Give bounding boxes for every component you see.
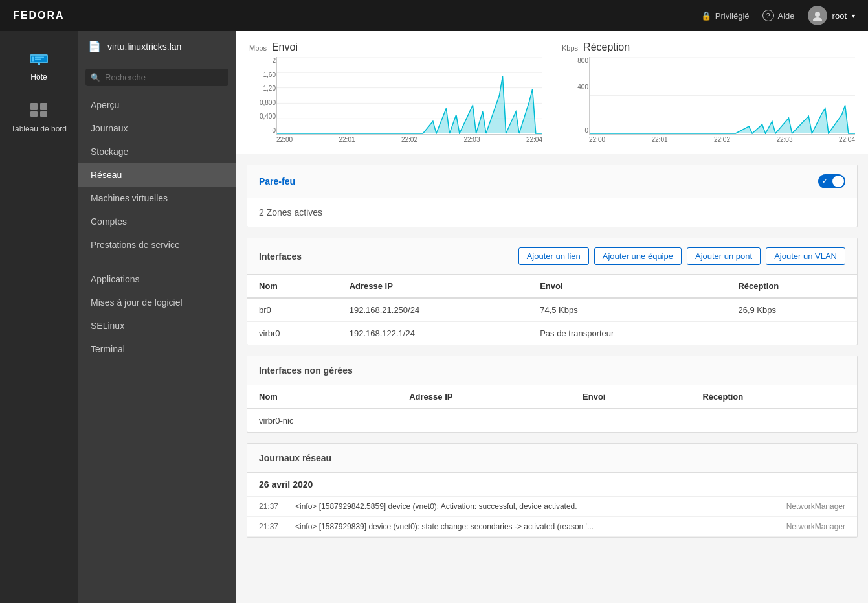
interfaces-btn-group: Ajouter un lien Ajouter une équipe Ajout… xyxy=(518,247,845,265)
svg-rect-9 xyxy=(40,103,47,110)
interfaces-section: Interfaces Ajouter un lien Ajouter une é… xyxy=(247,238,858,345)
nav-link-journaux[interactable]: Journaux xyxy=(78,117,236,140)
cell-reception-ng xyxy=(691,409,857,432)
svg-rect-8 xyxy=(30,103,38,110)
cell-ip: 192.168.122.1/24 xyxy=(338,322,529,345)
add-bridge-button[interactable]: Ajouter un pont xyxy=(687,247,761,265)
add-link-button[interactable]: Ajouter un lien xyxy=(518,247,589,265)
lock-icon: 🔒 xyxy=(701,11,711,21)
nav-link-mises-a-jour[interactable]: Mises à jour de logiciel xyxy=(78,291,236,314)
cell-nom: br0 xyxy=(247,298,338,322)
nav-link-apercu[interactable]: Aperçu xyxy=(78,93,236,117)
log-time: 21:37 xyxy=(259,502,285,511)
reception-y-labels: 800 400 0 xyxy=(565,57,588,134)
nav-link-machines[interactable]: Machines virtuelles xyxy=(78,187,236,210)
toggle-check-icon: ✓ xyxy=(822,177,828,185)
avatar xyxy=(808,6,827,25)
nav-link-stockage[interactable]: Stockage xyxy=(78,140,236,163)
col-nom: Nom xyxy=(247,275,338,298)
interfaces-table: Nom Adresse IP Envoi Réception br0 192.1… xyxy=(247,275,857,345)
cell-ip: 192.168.21.250/24 xyxy=(338,298,529,322)
cell-reception xyxy=(726,322,857,345)
col-nom-ng: Nom xyxy=(247,385,397,409)
sidebar-tableau-label: Tableau de bord xyxy=(11,124,67,133)
chart-envoi: Mbps Envoi 2 1,60 1,20 0,800 0,400 0 xyxy=(249,41,542,143)
host-file-icon: 📄 xyxy=(88,40,101,52)
journaux-title: Journaux réseau xyxy=(259,453,331,463)
sidebar-item-hote[interactable]: Hôte xyxy=(0,38,78,89)
col-envoi-ng: Envoi xyxy=(571,385,691,409)
interfaces-non-gerees-section: Interfaces non gérées Nom Adresse IP Env… xyxy=(247,356,858,433)
left-sidebar: Hôte Tableau de bord xyxy=(0,31,78,603)
pare-feu-header: Pare-feu ✓ xyxy=(247,165,857,198)
user-menu[interactable]: root ▾ xyxy=(808,6,855,25)
dashboard-icon xyxy=(27,97,50,120)
host-header: 📄 virtu.linuxtricks.lan xyxy=(78,31,236,62)
sidebar-hote-label: Hôte xyxy=(30,73,47,82)
help-icon: ? xyxy=(762,10,774,21)
search-icon: 🔍 xyxy=(91,73,100,82)
svg-rect-10 xyxy=(30,111,38,117)
host-icon xyxy=(27,45,50,69)
second-nav: 📄 virtu.linuxtricks.lan 🔍 Aperçu Journau… xyxy=(78,31,236,603)
reception-title: Réception xyxy=(583,41,630,53)
log-message: <info> [1587929839] device (vnet0): stat… xyxy=(295,522,751,531)
cell-nom: virbr0 xyxy=(247,322,338,345)
charts-section: Mbps Envoi 2 1,60 1,20 0,800 0,400 0 xyxy=(236,31,868,154)
table-row[interactable]: virbr0 192.168.122.1/24 Pas de transport… xyxy=(247,322,857,345)
envoi-chart-svg xyxy=(277,57,542,134)
search-input[interactable] xyxy=(85,69,228,86)
reception-x-labels: 22:00 22:01 22:02 22:03 22:04 xyxy=(589,136,855,143)
add-vlan-button[interactable]: Ajouter un VLAN xyxy=(766,247,845,265)
cell-reception: 26,9 Kbps xyxy=(726,298,857,322)
privileged-indicator[interactable]: 🔒 Privilégié xyxy=(701,11,750,21)
envoi-y-labels: 2 1,60 1,20 0,800 0,400 0 xyxy=(252,57,276,134)
reception-chart-svg xyxy=(590,57,855,134)
col-reception-ng: Réception xyxy=(691,385,857,409)
cell-envoi: 74,5 Kbps xyxy=(528,298,726,322)
cell-ip-ng xyxy=(397,409,571,432)
interfaces-non-gerees-table: Nom Adresse IP Envoi Réception virbr0-ni… xyxy=(247,385,857,432)
zones-actives-text: 2 Zones actives xyxy=(259,207,322,218)
nav-link-comptes[interactable]: Comptes xyxy=(78,210,236,233)
log-entry: 21:37 <info> [1587929839] device (vnet0)… xyxy=(247,517,857,537)
chevron-down-icon: ▾ xyxy=(852,12,855,19)
interfaces-non-gerees-title: Interfaces non gérées xyxy=(259,365,353,376)
cell-envoi: Pas de transporteur xyxy=(528,322,726,345)
interfaces-non-gerees-header: Interfaces non gérées xyxy=(247,356,857,385)
col-ip: Adresse IP xyxy=(338,275,529,298)
nav-link-prestations[interactable]: Prestations de service xyxy=(78,233,236,256)
nav-link-applications[interactable]: Applications xyxy=(78,267,236,291)
journaux-date: 26 avril 2020 xyxy=(247,473,857,497)
pare-feu-section: Pare-feu ✓ 2 Zones actives xyxy=(247,165,858,227)
search-box: 🔍 xyxy=(78,62,236,93)
nav-link-terminal[interactable]: Terminal xyxy=(78,337,236,361)
svg-rect-4 xyxy=(32,57,34,62)
col-envoi: Envoi xyxy=(528,275,726,298)
journaux-header: Journaux réseau xyxy=(247,444,857,473)
svg-rect-6 xyxy=(35,59,41,60)
log-entry: 21:37 <info> [1587929842.5859] device (v… xyxy=(247,497,857,517)
svg-point-0 xyxy=(815,12,820,17)
help-link[interactable]: ? Aide xyxy=(762,10,795,21)
host-name: virtu.linuxtricks.lan xyxy=(107,41,181,52)
pare-feu-toggle[interactable]: ✓ xyxy=(818,174,845,188)
envoi-unit: Mbps xyxy=(249,44,267,52)
nav-link-reseau[interactable]: Réseau xyxy=(78,163,236,187)
sidebar-item-tableau[interactable]: Tableau de bord xyxy=(0,89,78,141)
interfaces-header: Interfaces Ajouter un lien Ajouter une é… xyxy=(247,238,857,275)
table-row[interactable]: br0 192.168.21.250/24 74,5 Kbps 26,9 Kbp… xyxy=(247,298,857,322)
nav-link-selinux[interactable]: SELinux xyxy=(78,314,236,337)
log-time: 21:37 xyxy=(259,522,285,531)
interfaces-title: Interfaces xyxy=(259,251,302,262)
pare-feu-title[interactable]: Pare-feu xyxy=(259,176,295,187)
brand-logo: FEDORA xyxy=(13,10,65,21)
add-team-button[interactable]: Ajouter une équipe xyxy=(594,247,682,265)
top-navbar: FEDORA 🔒 Privilégié ? Aide root ▾ xyxy=(0,0,868,31)
chart-reception: Kbps Réception 800 400 0 xyxy=(562,41,855,143)
svg-point-1 xyxy=(813,17,822,21)
table-row[interactable]: virbr0-nic xyxy=(247,409,857,432)
reception-unit: Kbps xyxy=(562,44,578,52)
journaux-reseau-section: Journaux réseau 26 avril 2020 21:37 <inf… xyxy=(247,443,858,538)
col-ip-ng: Adresse IP xyxy=(397,385,571,409)
